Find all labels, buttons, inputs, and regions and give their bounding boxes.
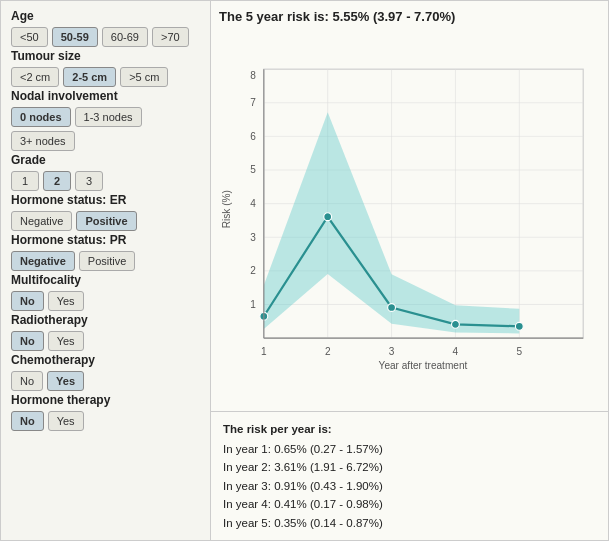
btn-age-1[interactable]: 50-59 <box>52 27 98 47</box>
chart-svg: 1 2 3 4 5 6 7 8 1 2 3 4 5 <box>219 30 600 400</box>
section-chemotherapy: ChemotherapyNoYes <box>11 353 200 391</box>
svg-text:Year after treatment: Year after treatment <box>379 360 468 371</box>
section-label-chemotherapy: Chemotherapy <box>11 353 200 367</box>
btn-chemotherapy-1[interactable]: Yes <box>47 371 84 391</box>
btn-hormone-er-0[interactable]: Negative <box>11 211 72 231</box>
svg-text:Risk (%): Risk (%) <box>221 190 232 228</box>
btn-grade-2[interactable]: 3 <box>75 171 103 191</box>
btn-hormone-therapy-0[interactable]: No <box>11 411 44 431</box>
main-container: Age<5050-5960-69>70Tumour size<2 cm2-5 c… <box>0 0 609 541</box>
risk-line-2: In year 2: 3.61% (1.91 - 6.72%) <box>223 458 596 476</box>
btn-multifocality-1[interactable]: Yes <box>48 291 84 311</box>
btn-hormone-pr-0[interactable]: Negative <box>11 251 75 271</box>
section-label-nodal-involvement: Nodal involvement <box>11 89 200 103</box>
risk-line-1: In year 1: 0.65% (0.27 - 1.57%) <box>223 440 596 458</box>
btn-hormone-er-1[interactable]: Positive <box>76 211 136 231</box>
svg-text:5: 5 <box>250 164 256 175</box>
btn-chemotherapy-0[interactable]: No <box>11 371 43 391</box>
svg-text:5: 5 <box>517 346 523 357</box>
section-hormone-pr: Hormone status: PRNegativePositive <box>11 233 200 271</box>
chart-area: The 5 year risk is: 5.55% (3.97 - 7.70%) <box>211 1 608 412</box>
section-hormone-er: Hormone status: ERNegativePositive <box>11 193 200 231</box>
btn-tumour-size-1[interactable]: 2-5 cm <box>63 67 116 87</box>
button-group-nodal-involvement: 0 nodes1-3 nodes3+ nodes <box>11 107 200 151</box>
btn-nodal-involvement-2[interactable]: 3+ nodes <box>11 131 75 151</box>
btn-multifocality-0[interactable]: No <box>11 291 44 311</box>
section-label-radiotherapy: Radiotherapy <box>11 313 200 327</box>
button-group-radiotherapy: NoYes <box>11 331 200 351</box>
btn-hormone-pr-1[interactable]: Positive <box>79 251 136 271</box>
button-group-age: <5050-5960-69>70 <box>11 27 200 47</box>
svg-text:7: 7 <box>250 97 256 108</box>
section-age: Age<5050-5960-69>70 <box>11 9 200 47</box>
btn-tumour-size-0[interactable]: <2 cm <box>11 67 59 87</box>
risk-title: The 5 year risk is: 5.55% (3.97 - 7.70%) <box>219 9 600 24</box>
btn-radiotherapy-0[interactable]: No <box>11 331 44 351</box>
btn-radiotherapy-1[interactable]: Yes <box>48 331 84 351</box>
btn-age-2[interactable]: 60-69 <box>102 27 148 47</box>
bottom-info: The risk per year is: In year 1: 0.65% (… <box>211 412 608 540</box>
risk-line-3: In year 3: 0.91% (0.43 - 1.90%) <box>223 477 596 495</box>
btn-grade-1[interactable]: 2 <box>43 171 71 191</box>
section-label-hormone-pr: Hormone status: PR <box>11 233 200 247</box>
section-label-grade: Grade <box>11 153 200 167</box>
btn-hormone-therapy-1[interactable]: Yes <box>48 411 84 431</box>
button-group-hormone-therapy: NoYes <box>11 411 200 431</box>
risk-per-year-title: The risk per year is: <box>223 420 596 438</box>
svg-text:3: 3 <box>389 346 395 357</box>
chart-svg-container: 1 2 3 4 5 6 7 8 1 2 3 4 5 <box>219 30 600 400</box>
svg-text:4: 4 <box>453 346 459 357</box>
svg-point-31 <box>452 320 460 328</box>
svg-text:8: 8 <box>250 70 256 81</box>
svg-text:3: 3 <box>250 232 256 243</box>
svg-point-32 <box>515 322 523 330</box>
button-group-tumour-size: <2 cm2-5 cm>5 cm <box>11 67 200 87</box>
section-hormone-therapy: Hormone therapyNoYes <box>11 393 200 431</box>
svg-point-30 <box>388 304 396 312</box>
btn-nodal-involvement-0[interactable]: 0 nodes <box>11 107 71 127</box>
button-group-hormone-pr: NegativePositive <box>11 251 200 271</box>
section-tumour-size: Tumour size<2 cm2-5 cm>5 cm <box>11 49 200 87</box>
section-radiotherapy: RadiotherapyNoYes <box>11 313 200 351</box>
left-panel: Age<5050-5960-69>70Tumour size<2 cm2-5 c… <box>1 1 211 540</box>
svg-point-29 <box>324 213 332 221</box>
svg-text:6: 6 <box>250 131 256 142</box>
svg-text:1: 1 <box>250 299 256 310</box>
button-group-multifocality: NoYes <box>11 291 200 311</box>
button-group-chemotherapy: NoYes <box>11 371 200 391</box>
btn-age-0[interactable]: <50 <box>11 27 48 47</box>
risk-line-5: In year 5: 0.35% (0.14 - 0.87%) <box>223 514 596 532</box>
section-grade: Grade123 <box>11 153 200 191</box>
section-label-hormone-er: Hormone status: ER <box>11 193 200 207</box>
svg-text:1: 1 <box>261 346 267 357</box>
svg-text:4: 4 <box>250 198 256 209</box>
btn-grade-0[interactable]: 1 <box>11 171 39 191</box>
svg-text:2: 2 <box>325 346 331 357</box>
btn-nodal-involvement-1[interactable]: 1-3 nodes <box>75 107 142 127</box>
risk-line-4: In year 4: 0.41% (0.17 - 0.98%) <box>223 495 596 513</box>
section-multifocality: MultifocalityNoYes <box>11 273 200 311</box>
button-group-grade: 123 <box>11 171 200 191</box>
section-label-age: Age <box>11 9 200 23</box>
section-label-tumour-size: Tumour size <box>11 49 200 63</box>
btn-tumour-size-2[interactable]: >5 cm <box>120 67 168 87</box>
section-label-multifocality: Multifocality <box>11 273 200 287</box>
section-label-hormone-therapy: Hormone therapy <box>11 393 200 407</box>
svg-text:2: 2 <box>250 265 256 276</box>
button-group-hormone-er: NegativePositive <box>11 211 200 231</box>
btn-age-3[interactable]: >70 <box>152 27 189 47</box>
risk-lines-container: In year 1: 0.65% (0.27 - 1.57%)In year 2… <box>223 440 596 532</box>
section-nodal-involvement: Nodal involvement0 nodes1-3 nodes3+ node… <box>11 89 200 151</box>
right-panel: The 5 year risk is: 5.55% (3.97 - 7.70%) <box>211 1 608 540</box>
